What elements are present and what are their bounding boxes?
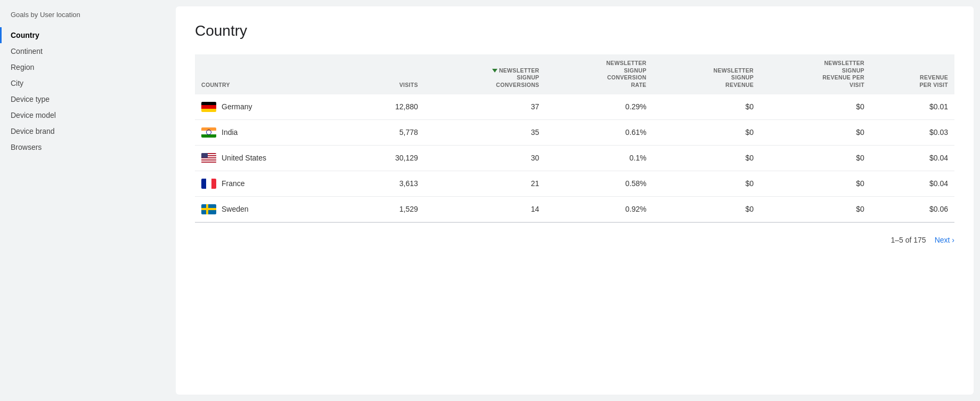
cell-newsletter-revenue: $0 bbox=[653, 196, 760, 222]
table-row: India 5,778 35 0.61% $0 $0 $0.03 bbox=[195, 119, 954, 145]
col-header-newsletter-conversions[interactable]: NEWSLETTERSIGNUPCONVERSIONS bbox=[424, 54, 546, 94]
cell-country: France bbox=[195, 171, 353, 196]
country-name: France bbox=[222, 179, 245, 188]
cell-newsletter-revenue-per-visit: $0 bbox=[760, 196, 871, 222]
table-row: France 3,613 21 0.58% $0 $0 $0.04 bbox=[195, 171, 954, 196]
cell-country: Germany bbox=[195, 94, 353, 120]
cell-conversion-rate: 0.1% bbox=[545, 145, 652, 171]
cell-revenue-per-visit: $0.01 bbox=[871, 94, 954, 120]
col-header-revenue-per-visit-total: REVENUEPER VISIT bbox=[871, 54, 954, 94]
cell-visits: 1,529 bbox=[353, 196, 424, 222]
sidebar-item-browsers[interactable]: Browsers bbox=[0, 139, 176, 155]
main-content: Country COUNTRY VISITS NEWSLETTERSIGNUPC… bbox=[176, 6, 974, 395]
cell-newsletter-revenue: $0 bbox=[653, 119, 760, 145]
cell-country: Sweden bbox=[195, 196, 353, 222]
cell-newsletter-revenue: $0 bbox=[653, 171, 760, 196]
table-header: COUNTRY VISITS NEWSLETTERSIGNUPCONVERSIO… bbox=[195, 54, 954, 94]
sidebar: Goals by User location Country Continent… bbox=[0, 0, 176, 401]
cell-revenue-per-visit: $0.03 bbox=[871, 119, 954, 145]
cell-visits: 12,880 bbox=[353, 94, 424, 120]
flag-usa bbox=[201, 153, 216, 163]
cell-revenue-per-visit: $0.04 bbox=[871, 145, 954, 171]
sidebar-item-continent[interactable]: Continent bbox=[0, 43, 176, 59]
sidebar-item-device-brand[interactable]: Device brand bbox=[0, 123, 176, 139]
sidebar-item-city[interactable]: City bbox=[0, 75, 176, 91]
country-name: United States bbox=[222, 154, 266, 162]
col-header-conversion-rate: NEWSLETTERSIGNUPCONVERSIONRATE bbox=[545, 54, 652, 94]
cell-newsletter-conversions: 21 bbox=[424, 171, 546, 196]
pagination-info: 1–5 of 175 bbox=[891, 236, 926, 244]
sidebar-item-country[interactable]: Country bbox=[0, 27, 176, 43]
flag-france bbox=[201, 179, 216, 189]
table-row: United States 30,129 30 0.1% $0 $0 $0.04 bbox=[195, 145, 954, 171]
country-name: Germany bbox=[222, 102, 252, 111]
sidebar-item-region[interactable]: Region bbox=[0, 59, 176, 75]
cell-newsletter-revenue-per-visit: $0 bbox=[760, 171, 871, 196]
cell-visits: 30,129 bbox=[353, 145, 424, 171]
cell-newsletter-conversions: 14 bbox=[424, 196, 546, 222]
cell-newsletter-revenue-per-visit: $0 bbox=[760, 94, 871, 120]
col-header-newsletter-revenue: NEWSLETTERSIGNUPREVENUE bbox=[653, 54, 760, 94]
table-body: Germany 12,880 37 0.29% $0 $0 $0.01 Indi… bbox=[195, 94, 954, 222]
cell-newsletter-conversions: 30 bbox=[424, 145, 546, 171]
data-table: COUNTRY VISITS NEWSLETTERSIGNUPCONVERSIO… bbox=[195, 54, 954, 223]
cell-newsletter-conversions: 37 bbox=[424, 94, 546, 120]
cell-conversion-rate: 0.92% bbox=[545, 196, 652, 222]
pagination-next-button[interactable]: Next › bbox=[935, 236, 954, 244]
sidebar-nav: Country Continent Region City Device typ… bbox=[0, 27, 176, 155]
cell-revenue-per-visit: $0.04 bbox=[871, 171, 954, 196]
cell-revenue-per-visit: $0.06 bbox=[871, 196, 954, 222]
sort-icon bbox=[492, 69, 497, 73]
cell-conversion-rate: 0.61% bbox=[545, 119, 652, 145]
col-header-visits: VISITS bbox=[353, 54, 424, 94]
sidebar-item-device-model[interactable]: Device model bbox=[0, 107, 176, 123]
table-row: Germany 12,880 37 0.29% $0 $0 $0.01 bbox=[195, 94, 954, 120]
cell-conversion-rate: 0.29% bbox=[545, 94, 652, 120]
cell-newsletter-revenue: $0 bbox=[653, 94, 760, 120]
flag-sweden bbox=[201, 204, 216, 214]
flag-germany bbox=[201, 102, 216, 112]
cell-newsletter-revenue-per-visit: $0 bbox=[760, 145, 871, 171]
cell-visits: 5,778 bbox=[353, 119, 424, 145]
cell-newsletter-revenue-per-visit: $0 bbox=[760, 119, 871, 145]
cell-country: United States bbox=[195, 145, 353, 171]
col-header-country: COUNTRY bbox=[195, 54, 353, 94]
cell-newsletter-revenue: $0 bbox=[653, 145, 760, 171]
country-name: India bbox=[222, 128, 238, 137]
country-name: Sweden bbox=[222, 205, 249, 213]
sidebar-title: Goals by User location bbox=[0, 11, 176, 27]
cell-conversion-rate: 0.58% bbox=[545, 171, 652, 196]
cell-country: India bbox=[195, 119, 353, 145]
cell-visits: 3,613 bbox=[353, 171, 424, 196]
table-row: Sweden 1,529 14 0.92% $0 $0 $0.06 bbox=[195, 196, 954, 222]
pagination: 1–5 of 175 Next › bbox=[195, 236, 954, 244]
sidebar-item-device-type[interactable]: Device type bbox=[0, 91, 176, 107]
col-header-revenue-per-visit: NEWSLETTERSIGNUPREVENUE PERVISIT bbox=[760, 54, 871, 94]
page-title: Country bbox=[195, 22, 954, 39]
cell-newsletter-conversions: 35 bbox=[424, 119, 546, 145]
flag-india bbox=[201, 127, 216, 138]
